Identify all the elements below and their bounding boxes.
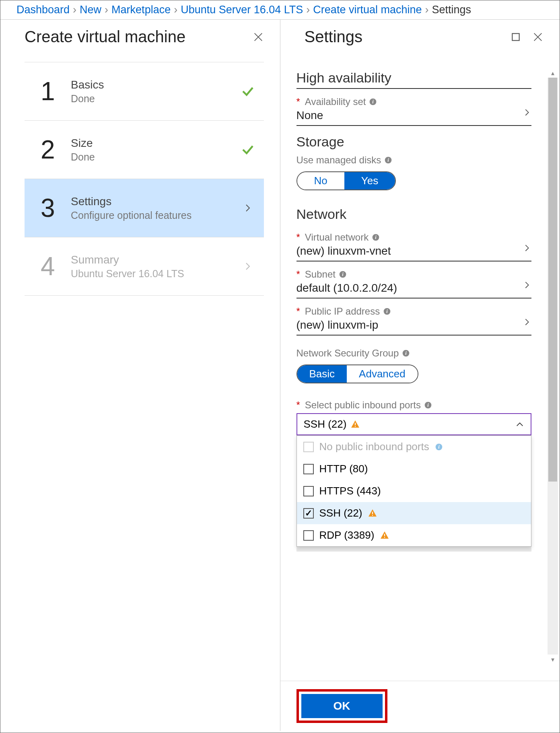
section-high-availability: High availability (296, 70, 532, 89)
step-sub: Done (71, 93, 240, 105)
svg-rect-21 (384, 534, 385, 536)
scrollbar[interactable]: ▴ ▾ (548, 78, 558, 655)
toggle-yes[interactable]: Yes (344, 172, 395, 189)
breadcrumb-dashboard[interactable]: Dashboard (16, 4, 70, 16)
chevron-right-icon: › (105, 4, 108, 16)
dropdown-list-inbound-ports: No public inbound ports i HTTP (80) HTTP… (296, 435, 532, 547)
section-storage: Storage (296, 134, 532, 152)
svg-text:i: i (388, 157, 389, 163)
chevron-right-icon (240, 203, 256, 213)
required-icon: * (296, 232, 300, 243)
toggle-nsg[interactable]: Basic Advanced (296, 364, 418, 383)
warning-icon (368, 509, 377, 518)
svg-rect-15 (355, 423, 356, 425)
wizard-step-settings[interactable]: 3 Settings Configure optional features (25, 179, 264, 237)
info-icon[interactable]: i (372, 233, 380, 241)
close-icon[interactable] (253, 31, 264, 43)
breadcrumb-current: Settings (432, 4, 471, 16)
ok-button[interactable]: OK (301, 694, 383, 718)
svg-text:i: i (386, 309, 388, 314)
scroll-down-icon[interactable]: ▾ (548, 655, 558, 664)
dropdown-option-no-ports[interactable]: No public inbound ports i (297, 436, 531, 458)
dropdown-option-https[interactable]: HTTPS (443) (297, 480, 531, 502)
checkbox[interactable] (303, 486, 314, 496)
info-icon[interactable]: i (369, 98, 377, 106)
breadcrumb-marketplace[interactable]: Marketplace (111, 4, 171, 16)
option-label: HTTP (80) (319, 463, 368, 475)
toggle-managed-disks[interactable]: No Yes (296, 171, 396, 190)
option-label: RDP (3389) (319, 529, 375, 542)
svg-text:i: i (406, 350, 407, 356)
info-icon[interactable]: i (384, 156, 392, 164)
toggle-advanced[interactable]: Advanced (347, 365, 418, 383)
checkbox[interactable] (303, 530, 314, 541)
wizard-step-basics[interactable]: 1 Basics Done (25, 62, 264, 120)
field-label-text: Public IP address (305, 306, 380, 317)
info-icon[interactable]: i (402, 349, 410, 357)
svg-rect-19 (372, 512, 373, 514)
create-vm-panel: Create virtual machine 1 Basics Done (0, 20, 280, 731)
scroll-up-icon[interactable]: ▴ (548, 68, 558, 78)
field-public-ip[interactable]: * Public IP address i (new) linuxvm-ip (296, 306, 532, 336)
dropdown-selected-value: SSH (22) (304, 418, 347, 430)
chevron-up-icon (515, 420, 524, 429)
nsg-label: Network Security Group (296, 348, 399, 359)
field-label-text: Subnet (305, 269, 336, 280)
chevron-right-icon: › (174, 4, 177, 16)
field-value: (new) linuxvm-vnet (296, 245, 532, 257)
field-value: None (296, 109, 532, 122)
dropdown-option-http[interactable]: HTTP (80) (297, 458, 531, 480)
restore-window-icon[interactable] (511, 32, 521, 42)
info-icon[interactable]: i (435, 443, 443, 451)
managed-disks-label: Use managed disks (296, 154, 381, 166)
checkbox[interactable] (303, 508, 314, 519)
svg-text:i: i (438, 444, 440, 450)
checkmark-icon (240, 142, 256, 157)
dropdown-option-ssh[interactable]: SSH (22) (297, 502, 531, 524)
required-icon: * (296, 96, 300, 107)
checkbox[interactable] (303, 442, 314, 452)
info-icon[interactable]: i (339, 270, 347, 278)
wizard-step-size[interactable]: 2 Size Done (25, 121, 264, 179)
breadcrumb-new[interactable]: New (80, 4, 101, 16)
breadcrumb-ubuntu[interactable]: Ubuntu Server 16.04 LTS (181, 4, 303, 16)
chevron-right-icon (523, 280, 531, 289)
toggle-no[interactable]: No (297, 172, 344, 189)
step-number: 3 (41, 193, 71, 223)
ok-button-highlight: OK (296, 689, 387, 723)
toggle-basic[interactable]: Basic (297, 365, 347, 383)
panel-title-create-vm: Create virtual machine (25, 28, 185, 46)
dropdown-inbound-ports[interactable]: SSH (22) (296, 413, 532, 435)
warning-icon (350, 420, 360, 429)
field-availability-set[interactable]: * Availability set i None (296, 96, 532, 126)
option-label: SSH (22) (319, 507, 362, 519)
warning-icon (380, 531, 389, 540)
field-virtual-network[interactable]: * Virtual network i (new) linuxvm-vnet (296, 232, 532, 261)
step-sub: Configure optional features (71, 210, 240, 221)
step-label: Summary (71, 253, 240, 266)
field-label-text: Availability set (305, 96, 366, 107)
step-label: Basics (71, 78, 240, 91)
info-icon[interactable]: i (424, 401, 432, 409)
svg-rect-0 (512, 33, 519, 40)
dropdown-option-rdp[interactable]: RDP (3389) (297, 524, 531, 546)
step-label: Settings (71, 195, 240, 208)
checkbox[interactable] (303, 464, 314, 474)
required-icon: * (296, 399, 300, 411)
scrollbar-thumb[interactable] (548, 78, 557, 482)
field-value: (new) linuxvm-ip (296, 319, 532, 331)
panel-title-settings: Settings (305, 28, 363, 46)
option-label: No public inbound ports (319, 441, 429, 453)
chevron-right-icon (523, 108, 531, 117)
info-icon[interactable]: i (383, 307, 391, 315)
chevron-right-icon (523, 243, 531, 252)
wizard-step-summary[interactable]: 4 Summary Ubuntu Server 16.04 LTS (25, 237, 264, 295)
step-number: 2 (41, 135, 71, 165)
field-subnet[interactable]: * Subnet i default (10.0.2.0/24) (296, 269, 532, 299)
close-icon[interactable] (532, 31, 544, 43)
breadcrumb-create-vm[interactable]: Create virtual machine (313, 4, 422, 16)
svg-text:i: i (375, 235, 377, 240)
chevron-right-icon: › (425, 4, 428, 16)
svg-text:i: i (427, 402, 429, 408)
chevron-right-icon: › (306, 4, 310, 16)
